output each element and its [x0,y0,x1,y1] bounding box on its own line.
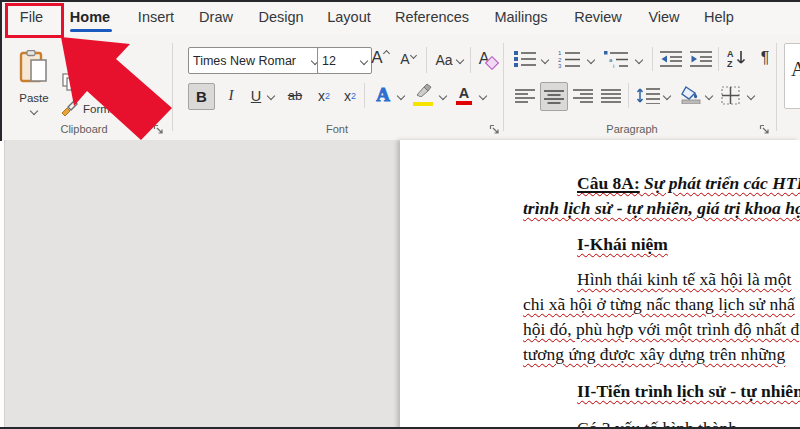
doc-line: chi xã hội ở từng nấc thang lịch sử nhấ [523,294,795,315]
scissors-icon: ✂ [60,49,76,61]
tab-design[interactable]: Design [252,0,310,35]
bold-button[interactable]: B [188,83,215,110]
shading-bucket-icon [680,86,702,104]
subscript-button[interactable]: x2 [312,83,336,108]
paragraph-dialog-launcher-icon[interactable] [759,121,771,133]
doc-heading-2: II-Tiến trình lịch sử - tự nhiên [577,381,800,402]
sort-button[interactable]: A Z [724,45,750,71]
paste-clipboard-icon [19,50,49,90]
shading-dropdown-icon[interactable] [705,92,713,100]
font-color-button[interactable]: A [452,81,476,108]
tab-mailings[interactable]: Mailings [486,0,556,35]
borders-dropdown-icon[interactable] [747,92,755,100]
svg-text:1: 1 [558,50,562,56]
tab-insert[interactable]: Insert [128,0,184,35]
clear-formatting-button[interactable]: A [475,45,501,72]
small-divider [426,47,427,73]
grow-font-button[interactable]: A [368,45,392,71]
window-border-left [0,0,2,141]
superscript-label: x [344,88,351,104]
line-spacing-dropdown-icon[interactable] [663,92,671,100]
tab-references[interactable]: References [394,0,470,35]
clipboard-dialog-launcher-icon[interactable] [153,121,165,133]
line-spacing-button[interactable] [634,83,662,108]
shrink-font-button[interactable]: A [396,47,420,71]
bullets-icon [514,50,536,68]
doc-title-rest: Sự phát triển các HTK [640,173,800,193]
text-effects-label: A [376,84,390,106]
paste-button[interactable]: Paste [8,41,60,123]
paragraph-group-label: Paragraph [560,123,704,137]
underline-button[interactable]: U [246,83,266,108]
tab-layout[interactable]: Layout [320,0,378,35]
small-divider [652,47,653,71]
decrease-indent-icon [660,51,682,67]
tab-review[interactable]: Review [566,0,630,35]
borders-button[interactable] [718,83,743,108]
align-center-button[interactable] [540,82,568,111]
grow-font-label: A [371,48,382,68]
bullets-dropdown-icon[interactable] [541,56,549,64]
svg-text:A: A [727,49,734,59]
align-left-icon [515,89,535,103]
highlight-button[interactable] [410,81,436,108]
superscript-button[interactable]: x2 [338,83,362,108]
clipboard-group-label: Clipboard [0,123,168,137]
multilevel-dropdown-icon[interactable] [635,56,643,64]
copy-label: Copy [83,78,110,90]
change-case-button[interactable]: Aa [432,47,466,73]
font-dialog-launcher-icon[interactable] [489,121,501,133]
numbering-button[interactable]: 123 [556,47,582,71]
font-size-dropdown-icon[interactable] [360,56,368,64]
grow-font-up-icon [383,49,390,56]
tab-help[interactable]: Help [694,0,744,35]
bullets-button[interactable] [512,47,538,71]
svg-text:Z: Z [727,59,733,68]
highlighter-pen-icon [414,83,432,101]
underline-dropdown-icon[interactable] [267,92,275,100]
strikethrough-label: ab [288,88,302,103]
active-tab-indicator [70,29,112,32]
bold-label: B [196,88,207,105]
paste-dropdown-icon[interactable] [30,107,38,115]
tab-view[interactable]: View [638,0,690,35]
text-effects-dropdown-icon[interactable] [397,92,405,100]
highlight-color-bar [413,102,433,106]
document-page[interactable]: Câu 8A: Sự phát triển các HTK trình lịch… [400,140,800,429]
group-divider [503,43,504,131]
doc-line: tương ứng được xây dựng trên những [523,344,785,365]
italic-button[interactable]: I [220,83,242,108]
justify-button[interactable] [598,85,623,107]
justify-icon [601,89,621,103]
numbering-icon: 123 [558,50,580,68]
small-divider [628,83,629,108]
align-left-button[interactable] [512,85,537,107]
align-right-button[interactable] [570,85,595,107]
doc-line: hội đó, phù hợp với một trình độ nhất đ [523,319,799,340]
change-case-dropdown-icon [455,56,463,64]
shading-button[interactable] [678,82,704,108]
tab-draw[interactable]: Draw [190,0,242,35]
cut-button[interactable]: ✂ Cut [62,45,122,65]
highlight-dropdown-icon[interactable] [439,92,447,100]
text-effects-button[interactable]: A [370,81,396,108]
copy-button[interactable]: Copy [62,73,126,95]
document-canvas: Câu 8A: Sự phát triển các HTK trình lịch… [0,140,800,429]
style-preview-glyph: A [791,58,800,81]
font-size-combo[interactable]: 12 [317,47,372,74]
align-right-icon [573,89,593,103]
numbering-dropdown-icon[interactable] [587,56,595,64]
font-color-dropdown-icon[interactable] [479,92,487,100]
left-page-edge [0,140,5,429]
align-center-icon [544,90,564,104]
show-hide-marks-button[interactable]: ¶ [754,45,776,71]
decrease-indent-button[interactable] [658,47,684,71]
increase-indent-button[interactable] [688,47,714,71]
italic-label: I [229,87,234,104]
font-name-combo[interactable]: Times New Romar [188,47,323,74]
copy-icon [62,73,78,95]
multilevel-list-button[interactable]: ai [602,47,630,71]
styles-gallery-item[interactable]: A [784,43,800,109]
strikethrough-button[interactable]: ab [282,83,308,108]
format-painter-button[interactable]: Format Painter [60,97,172,121]
